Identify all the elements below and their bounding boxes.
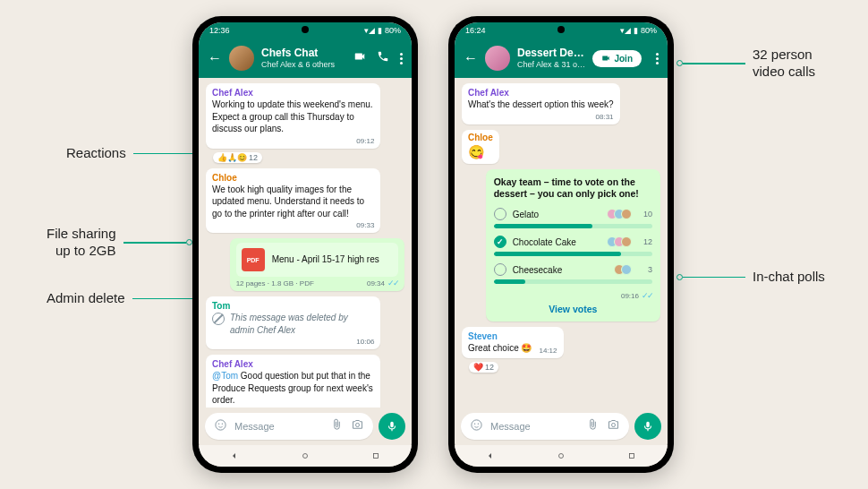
nav-recent-icon[interactable]: [370, 450, 381, 461]
message-text: What's the dessert option this week?: [468, 99, 614, 111]
voter-avatars: [617, 264, 632, 275]
reaction-pill[interactable]: 👍🙏😊 12: [213, 152, 262, 163]
status-time: 16:24: [465, 26, 486, 35]
view-votes-button[interactable]: View votes: [494, 304, 652, 314]
callout-reactions: Reactions: [66, 145, 202, 162]
attach-icon[interactable]: [586, 418, 600, 435]
camera-notch: [557, 26, 565, 33]
message-time: 09:34✓✓: [367, 279, 398, 287]
emoji-body: 😋: [468, 143, 493, 161]
svg-point-1: [218, 423, 219, 424]
emoji-icon[interactable]: [214, 418, 227, 435]
input-bar: Message: [455, 408, 668, 445]
chat-title: Chefs Chat: [261, 47, 346, 60]
battery-icon: ▮: [378, 26, 382, 35]
svg-point-2: [222, 423, 223, 424]
message-text: @Tom Good question but put that in the P…: [212, 370, 374, 407]
nav-home-icon[interactable]: [556, 450, 566, 461]
vote-count: 10: [642, 210, 652, 219]
sender-name: Tom: [212, 301, 374, 311]
mic-button[interactable]: [379, 413, 405, 440]
message-input[interactable]: Message: [461, 413, 629, 440]
message-input[interactable]: Message: [205, 413, 373, 440]
file-name: Menu - April 15-17 high res: [272, 253, 379, 266]
message-time: 09:16✓✓: [494, 291, 652, 300]
camera-icon[interactable]: [351, 418, 364, 435]
vote-count: 3: [642, 265, 652, 274]
phone-chefs-chat: 12:36 ▾◢ ▮ 80% ← Chefs Chat Chef Alex & …: [192, 16, 418, 473]
status-time: 12:36: [209, 26, 230, 35]
nav-back-icon[interactable]: [485, 450, 496, 461]
input-placeholder: Message: [490, 421, 579, 432]
poll-bar-fill: [494, 279, 525, 284]
callout-admin-delete: Admin delete: [47, 290, 201, 307]
poll-bar-fill: [494, 252, 621, 256]
svg-rect-9: [630, 454, 634, 459]
radio-checked-icon[interactable]: [494, 236, 506, 248]
header-text[interactable]: Dessert Debate Chef Alex & 31 others: [517, 47, 585, 69]
message-emoji[interactable]: Chloe 😋: [462, 130, 499, 164]
back-arrow-icon[interactable]: ←: [464, 50, 478, 66]
nav-recent-icon[interactable]: [626, 450, 637, 461]
battery-icon: ▮: [634, 26, 638, 35]
deleted-text: This message was deleted by admin Chef A…: [230, 312, 374, 336]
voice-call-icon[interactable]: [377, 50, 389, 66]
message-incoming[interactable]: Chloe We took high quality images for th…: [206, 168, 380, 234]
svg-point-5: [472, 419, 481, 429]
message-time: 08:31: [468, 113, 614, 121]
callout-file-sharing: File sharing up to 2GB: [47, 226, 192, 260]
callout-label: 32 person video calls: [753, 47, 815, 81]
join-button[interactable]: Join: [592, 50, 642, 67]
chat-body[interactable]: Chef Alex What's the dessert option this…: [455, 78, 668, 408]
poll-question: Okay team – time to vote on the dessert …: [494, 176, 652, 201]
message-time: 14:12: [539, 347, 557, 355]
back-arrow-icon[interactable]: ←: [208, 50, 222, 66]
wifi-icon: ▾◢: [364, 26, 375, 35]
reaction-count: 12: [249, 153, 258, 162]
message-file-outgoing[interactable]: PDF Menu - April 15-17 high res 12 pages…: [230, 238, 404, 291]
emoji-icon[interactable]: [470, 418, 483, 435]
nav-back-icon[interactable]: [229, 450, 240, 461]
message-incoming[interactable]: Chef Alex What's the dessert option this…: [462, 83, 620, 124]
join-label: Join: [614, 54, 633, 64]
callout-polls: In-chat polls: [677, 269, 825, 286]
poll-message[interactable]: Okay team – time to vote on the dessert …: [486, 169, 660, 322]
message-incoming[interactable]: Steven Great choice 🤩 14:12: [462, 327, 564, 358]
camera-icon[interactable]: [607, 418, 620, 435]
radio-icon[interactable]: [494, 208, 506, 220]
chat-body[interactable]: Chef Alex Working to update this weekend…: [199, 78, 412, 408]
chat-subtitle: Chef Alex & 31 others: [517, 60, 585, 69]
message-incoming[interactable]: Chef Alex Working to update this weekend…: [206, 83, 380, 149]
message-incoming[interactable]: Chef Alex @Tom Good question but put tha…: [206, 355, 380, 408]
reaction-pill[interactable]: ❤️ 12: [469, 362, 498, 373]
radio-icon[interactable]: [494, 263, 506, 276]
poll-option[interactable]: Chocolate Cake 12: [494, 236, 652, 256]
header-text[interactable]: Chefs Chat Chef Alex & 6 others: [261, 47, 346, 69]
nav-home-icon[interactable]: [300, 450, 311, 461]
poll-option[interactable]: Cheesecake 3: [494, 263, 652, 284]
attach-icon[interactable]: [330, 418, 344, 435]
message-text: Working to update this weekend's menu. E…: [212, 99, 374, 135]
more-options-icon[interactable]: [400, 53, 403, 64]
chat-subtitle: Chef Alex & 6 others: [261, 60, 346, 69]
reaction-emojis: 👍🙏😊: [217, 153, 247, 162]
more-options-icon[interactable]: [656, 53, 659, 64]
deleted-icon: [212, 313, 225, 325]
poll-option[interactable]: Gelato 10: [494, 208, 652, 228]
chat-title: Dessert Debate: [517, 47, 585, 60]
group-avatar[interactable]: [485, 46, 510, 71]
sender-name: Chloe: [212, 173, 374, 183]
callout-label: Reactions: [66, 145, 126, 162]
voter-avatars: [610, 209, 632, 219]
file-meta: 12 pages · 1.8 GB · PDF: [236, 279, 314, 287]
message-deleted[interactable]: Tom This message was deleted by admin Ch…: [206, 296, 380, 349]
voter-avatars: [610, 236, 632, 247]
read-ticks-icon: ✓✓: [642, 291, 652, 300]
chat-header[interactable]: ← Chefs Chat Chef Alex & 6 others: [199, 39, 412, 78]
svg-rect-4: [374, 454, 379, 459]
chat-header[interactable]: ← Dessert Debate Chef Alex & 31 others J…: [455, 39, 668, 78]
mic-button[interactable]: [634, 413, 661, 440]
svg-point-7: [478, 423, 479, 424]
group-avatar[interactable]: [229, 46, 254, 71]
video-call-icon[interactable]: [353, 50, 366, 66]
